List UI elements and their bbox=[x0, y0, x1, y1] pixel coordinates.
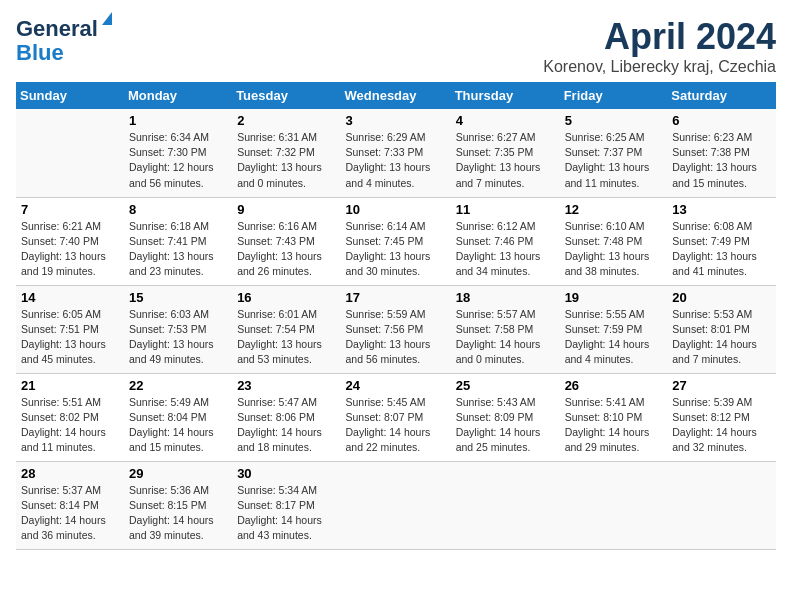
calendar-week-row: 21Sunrise: 5:51 AM Sunset: 8:02 PM Dayli… bbox=[16, 373, 776, 461]
day-info: Sunrise: 5:36 AM Sunset: 8:15 PM Dayligh… bbox=[129, 483, 227, 544]
calendar-cell: 20Sunrise: 5:53 AM Sunset: 8:01 PM Dayli… bbox=[667, 285, 776, 373]
day-number: 13 bbox=[672, 202, 771, 217]
day-info: Sunrise: 5:59 AM Sunset: 7:56 PM Dayligh… bbox=[346, 307, 446, 368]
day-info: Sunrise: 5:39 AM Sunset: 8:12 PM Dayligh… bbox=[672, 395, 771, 456]
calendar-cell: 14Sunrise: 6:05 AM Sunset: 7:51 PM Dayli… bbox=[16, 285, 124, 373]
day-info: Sunrise: 6:34 AM Sunset: 7:30 PM Dayligh… bbox=[129, 130, 227, 191]
calendar-cell: 21Sunrise: 5:51 AM Sunset: 8:02 PM Dayli… bbox=[16, 373, 124, 461]
logo-general: General bbox=[16, 16, 98, 42]
day-number: 16 bbox=[237, 290, 335, 305]
weekday-header-friday: Friday bbox=[560, 82, 668, 109]
day-number: 5 bbox=[565, 113, 663, 128]
day-info: Sunrise: 6:21 AM Sunset: 7:40 PM Dayligh… bbox=[21, 219, 119, 280]
calendar-cell: 1Sunrise: 6:34 AM Sunset: 7:30 PM Daylig… bbox=[124, 109, 232, 197]
day-info: Sunrise: 6:23 AM Sunset: 7:38 PM Dayligh… bbox=[672, 130, 771, 191]
day-info: Sunrise: 5:41 AM Sunset: 8:10 PM Dayligh… bbox=[565, 395, 663, 456]
page-header: General Blue April 2024 Korenov, Liberec… bbox=[16, 16, 776, 76]
day-number: 30 bbox=[237, 466, 335, 481]
calendar-cell bbox=[16, 109, 124, 197]
day-number: 23 bbox=[237, 378, 335, 393]
day-info: Sunrise: 6:27 AM Sunset: 7:35 PM Dayligh… bbox=[456, 130, 555, 191]
page-title: April 2024 bbox=[543, 16, 776, 58]
day-info: Sunrise: 5:34 AM Sunset: 8:17 PM Dayligh… bbox=[237, 483, 335, 544]
calendar-week-row: 28Sunrise: 5:37 AM Sunset: 8:14 PM Dayli… bbox=[16, 461, 776, 549]
calendar-cell bbox=[560, 461, 668, 549]
logo-blue: Blue bbox=[16, 40, 64, 66]
day-info: Sunrise: 6:12 AM Sunset: 7:46 PM Dayligh… bbox=[456, 219, 555, 280]
day-number: 4 bbox=[456, 113, 555, 128]
day-number: 7 bbox=[21, 202, 119, 217]
calendar-week-row: 1Sunrise: 6:34 AM Sunset: 7:30 PM Daylig… bbox=[16, 109, 776, 197]
day-info: Sunrise: 5:45 AM Sunset: 8:07 PM Dayligh… bbox=[346, 395, 446, 456]
day-info: Sunrise: 6:18 AM Sunset: 7:41 PM Dayligh… bbox=[129, 219, 227, 280]
weekday-header-saturday: Saturday bbox=[667, 82, 776, 109]
day-number: 3 bbox=[346, 113, 446, 128]
calendar-cell: 11Sunrise: 6:12 AM Sunset: 7:46 PM Dayli… bbox=[451, 197, 560, 285]
day-number: 26 bbox=[565, 378, 663, 393]
logo: General Blue bbox=[16, 16, 98, 66]
calendar-cell: 23Sunrise: 5:47 AM Sunset: 8:06 PM Dayli… bbox=[232, 373, 340, 461]
day-info: Sunrise: 5:51 AM Sunset: 8:02 PM Dayligh… bbox=[21, 395, 119, 456]
day-info: Sunrise: 5:55 AM Sunset: 7:59 PM Dayligh… bbox=[565, 307, 663, 368]
day-number: 8 bbox=[129, 202, 227, 217]
day-info: Sunrise: 5:47 AM Sunset: 8:06 PM Dayligh… bbox=[237, 395, 335, 456]
calendar-cell: 10Sunrise: 6:14 AM Sunset: 7:45 PM Dayli… bbox=[341, 197, 451, 285]
day-number: 10 bbox=[346, 202, 446, 217]
weekday-header-monday: Monday bbox=[124, 82, 232, 109]
calendar-cell: 15Sunrise: 6:03 AM Sunset: 7:53 PM Dayli… bbox=[124, 285, 232, 373]
calendar-cell: 24Sunrise: 5:45 AM Sunset: 8:07 PM Dayli… bbox=[341, 373, 451, 461]
day-number: 18 bbox=[456, 290, 555, 305]
calendar-cell: 9Sunrise: 6:16 AM Sunset: 7:43 PM Daylig… bbox=[232, 197, 340, 285]
calendar-cell: 8Sunrise: 6:18 AM Sunset: 7:41 PM Daylig… bbox=[124, 197, 232, 285]
calendar-cell: 5Sunrise: 6:25 AM Sunset: 7:37 PM Daylig… bbox=[560, 109, 668, 197]
day-info: Sunrise: 5:43 AM Sunset: 8:09 PM Dayligh… bbox=[456, 395, 555, 456]
day-number: 27 bbox=[672, 378, 771, 393]
weekday-header-sunday: Sunday bbox=[16, 82, 124, 109]
day-number: 6 bbox=[672, 113, 771, 128]
day-info: Sunrise: 6:16 AM Sunset: 7:43 PM Dayligh… bbox=[237, 219, 335, 280]
weekday-header-thursday: Thursday bbox=[451, 82, 560, 109]
calendar-cell: 19Sunrise: 5:55 AM Sunset: 7:59 PM Dayli… bbox=[560, 285, 668, 373]
day-info: Sunrise: 6:29 AM Sunset: 7:33 PM Dayligh… bbox=[346, 130, 446, 191]
weekday-header-wednesday: Wednesday bbox=[341, 82, 451, 109]
day-info: Sunrise: 6:31 AM Sunset: 7:32 PM Dayligh… bbox=[237, 130, 335, 191]
calendar-cell: 6Sunrise: 6:23 AM Sunset: 7:38 PM Daylig… bbox=[667, 109, 776, 197]
day-number: 9 bbox=[237, 202, 335, 217]
title-block: April 2024 Korenov, Liberecky kraj, Czec… bbox=[543, 16, 776, 76]
calendar-week-row: 14Sunrise: 6:05 AM Sunset: 7:51 PM Dayli… bbox=[16, 285, 776, 373]
day-number: 15 bbox=[129, 290, 227, 305]
calendar-cell: 18Sunrise: 5:57 AM Sunset: 7:58 PM Dayli… bbox=[451, 285, 560, 373]
day-number: 22 bbox=[129, 378, 227, 393]
day-number: 25 bbox=[456, 378, 555, 393]
day-number: 29 bbox=[129, 466, 227, 481]
calendar-cell: 17Sunrise: 5:59 AM Sunset: 7:56 PM Dayli… bbox=[341, 285, 451, 373]
day-info: Sunrise: 6:10 AM Sunset: 7:48 PM Dayligh… bbox=[565, 219, 663, 280]
calendar-cell: 2Sunrise: 6:31 AM Sunset: 7:32 PM Daylig… bbox=[232, 109, 340, 197]
day-info: Sunrise: 6:08 AM Sunset: 7:49 PM Dayligh… bbox=[672, 219, 771, 280]
calendar-cell: 3Sunrise: 6:29 AM Sunset: 7:33 PM Daylig… bbox=[341, 109, 451, 197]
day-number: 24 bbox=[346, 378, 446, 393]
calendar-cell: 4Sunrise: 6:27 AM Sunset: 7:35 PM Daylig… bbox=[451, 109, 560, 197]
weekday-header-tuesday: Tuesday bbox=[232, 82, 340, 109]
day-number: 12 bbox=[565, 202, 663, 217]
day-info: Sunrise: 6:14 AM Sunset: 7:45 PM Dayligh… bbox=[346, 219, 446, 280]
calendar-cell bbox=[451, 461, 560, 549]
calendar-cell: 12Sunrise: 6:10 AM Sunset: 7:48 PM Dayli… bbox=[560, 197, 668, 285]
calendar-cell: 28Sunrise: 5:37 AM Sunset: 8:14 PM Dayli… bbox=[16, 461, 124, 549]
calendar-cell: 29Sunrise: 5:36 AM Sunset: 8:15 PM Dayli… bbox=[124, 461, 232, 549]
calendar-table: SundayMondayTuesdayWednesdayThursdayFrid… bbox=[16, 82, 776, 550]
day-number: 21 bbox=[21, 378, 119, 393]
day-number: 11 bbox=[456, 202, 555, 217]
day-info: Sunrise: 6:01 AM Sunset: 7:54 PM Dayligh… bbox=[237, 307, 335, 368]
day-info: Sunrise: 5:53 AM Sunset: 8:01 PM Dayligh… bbox=[672, 307, 771, 368]
calendar-cell: 25Sunrise: 5:43 AM Sunset: 8:09 PM Dayli… bbox=[451, 373, 560, 461]
calendar-week-row: 7Sunrise: 6:21 AM Sunset: 7:40 PM Daylig… bbox=[16, 197, 776, 285]
day-number: 28 bbox=[21, 466, 119, 481]
day-info: Sunrise: 5:37 AM Sunset: 8:14 PM Dayligh… bbox=[21, 483, 119, 544]
calendar-cell: 16Sunrise: 6:01 AM Sunset: 7:54 PM Dayli… bbox=[232, 285, 340, 373]
calendar-cell: 13Sunrise: 6:08 AM Sunset: 7:49 PM Dayli… bbox=[667, 197, 776, 285]
day-info: Sunrise: 6:25 AM Sunset: 7:37 PM Dayligh… bbox=[565, 130, 663, 191]
day-number: 19 bbox=[565, 290, 663, 305]
day-info: Sunrise: 6:03 AM Sunset: 7:53 PM Dayligh… bbox=[129, 307, 227, 368]
logo-triangle-icon bbox=[102, 12, 112, 25]
